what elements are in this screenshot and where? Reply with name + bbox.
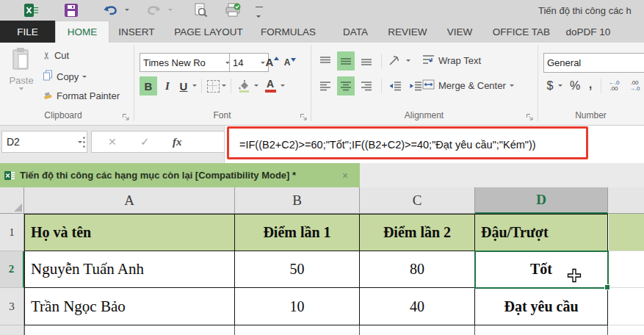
align-bottom-button[interactable]: [358, 51, 375, 71]
tab-insert[interactable]: INSERT: [115, 21, 159, 43]
customize-quick-access-toolbar-icon[interactable]: [256, 7, 263, 14]
underline-button[interactable]: U: [176, 76, 191, 96]
fill-color-dropdown-caret[interactable]: [254, 84, 258, 87]
select-all-corner[interactable]: [0, 187, 24, 214]
comma-style-button[interactable]: ,: [585, 73, 596, 93]
clipboard-dialog-launcher-icon[interactable]: [122, 111, 131, 120]
italic-button[interactable]: I: [160, 76, 175, 96]
undo-icon[interactable]: [100, 2, 122, 18]
align-top-button[interactable]: [316, 51, 334, 71]
cell-d3[interactable]: Đạt yêu cầu: [475, 288, 608, 325]
cell-d4[interactable]: [475, 325, 608, 335]
grow-font-button[interactable]: A: [264, 53, 281, 71]
row-header-4[interactable]: [0, 325, 24, 335]
accounting-format-button[interactable]: $: [543, 76, 557, 96]
tab-data[interactable]: DATA: [336, 21, 375, 43]
undo-dropdown-caret[interactable]: [125, 9, 129, 11]
row-header-3[interactable]: 3: [0, 288, 24, 325]
percent-style-button[interactable]: %: [567, 76, 583, 96]
wrap-text-button[interactable]: Wrap Text: [422, 54, 481, 67]
font-family-combo[interactable]: Times New Ro: [140, 53, 234, 72]
tab-review[interactable]: REVIEW: [385, 21, 430, 43]
borders-button[interactable]: [206, 78, 220, 94]
cell-a1[interactable]: Họ và tên: [24, 214, 235, 251]
merge-center-dropdown-caret[interactable]: [510, 84, 514, 87]
tab-formulas[interactable]: FORMULAS: [257, 21, 319, 43]
borders-icon: [207, 80, 220, 93]
name-box[interactable]: D2: [1, 131, 87, 153]
alignment-dialog-launcher-icon[interactable]: [526, 111, 535, 120]
formula-bar-splitter[interactable]: [83, 137, 85, 139]
cell-b1[interactable]: Điểm lần 1: [235, 214, 360, 251]
align-left-button[interactable]: [316, 76, 334, 96]
increase-decimal-button[interactable]: ←.0.00: [605, 77, 623, 95]
merge-center-button[interactable]: Merge & Center: [422, 79, 514, 92]
row-header-1[interactable]: 1: [0, 214, 24, 251]
save-icon[interactable]: [62, 2, 81, 18]
font-dialog-launcher-icon[interactable]: [300, 111, 308, 120]
cell-c4[interactable]: [360, 325, 475, 335]
document-tab[interactable]: Tiến độ thi công các hạng mục còn lại [C…: [0, 163, 360, 187]
cell-c1[interactable]: Điểm lần 2: [360, 214, 475, 251]
name-box-caret[interactable]: [78, 141, 82, 143]
currency-icon: $: [547, 79, 554, 93]
number-format-combo[interactable]: General: [543, 53, 644, 73]
orientation-dropdown-caret[interactable]: [406, 60, 410, 62]
tab-view[interactable]: VIEW: [444, 21, 476, 43]
cell-b2[interactable]: 50: [235, 251, 360, 288]
redo-icon[interactable]: [142, 2, 164, 18]
cell-d1[interactable]: Đậu/Trượt: [475, 214, 608, 251]
document-tab-close-icon[interactable]: ×: [342, 163, 348, 187]
fill-color-button[interactable]: [235, 76, 253, 96]
font-size-combo[interactable]: 14: [229, 53, 269, 72]
cell-e1[interactable]: [609, 214, 644, 251]
cell-c2[interactable]: 80: [360, 251, 475, 288]
paste-button[interactable]: Paste: [4, 47, 38, 110]
bold-button[interactable]: B: [140, 76, 157, 96]
cell-a3[interactable]: Trần Ngọc Bảo: [24, 288, 235, 325]
align-center-button[interactable]: [337, 76, 355, 96]
copy-dropdown-caret[interactable]: [82, 76, 87, 78]
tab-dopdf[interactable]: doPDF 10: [562, 21, 614, 43]
cell-e2[interactable]: [609, 251, 644, 288]
print-preview-icon[interactable]: [188, 2, 213, 18]
percent-icon: %: [570, 79, 580, 93]
cell-a4[interactable]: [24, 325, 235, 335]
cell-b3[interactable]: 10: [235, 288, 360, 325]
align-middle-button[interactable]: [337, 51, 355, 71]
borders-dropdown-caret[interactable]: [222, 84, 226, 87]
underline-dropdown-caret[interactable]: [192, 84, 197, 87]
insert-function-icon[interactable]: fx: [173, 136, 182, 148]
enter-icon[interactable]: ✓: [140, 135, 150, 148]
font-color-dropdown-caret[interactable]: [281, 84, 285, 87]
column-header-c[interactable]: C: [360, 187, 475, 214]
tab-office-tab[interactable]: OFFICE TAB: [489, 21, 554, 43]
cut-icon: ✂: [41, 51, 52, 60]
formula-input[interactable]: =IF((B2+C2)>=60;"Tốt";IF((B2+C2)>=40;"Đạ…: [224, 126, 644, 163]
row-header-2[interactable]: 2: [0, 251, 24, 288]
copy-button[interactable]: Copy: [43, 70, 87, 83]
cell-b4[interactable]: [235, 325, 360, 335]
orientation-button[interactable]: [386, 51, 405, 71]
cell-a2[interactable]: Nguyễn Tuấn Anh: [24, 251, 235, 288]
cell-e3[interactable]: [609, 288, 644, 325]
tab-page-layout[interactable]: PAGE LAYOUT: [172, 21, 245, 43]
cut-button[interactable]: ✂ Cut: [43, 50, 69, 61]
format-painter-button[interactable]: Format Painter: [43, 90, 120, 102]
quick-print-icon[interactable]: [220, 2, 247, 18]
tab-home[interactable]: HOME: [55, 21, 109, 43]
accounting-dropdown-caret[interactable]: [558, 84, 562, 87]
decrease-indent-button[interactable]: [386, 76, 405, 96]
shrink-font-button[interactable]: A: [282, 54, 298, 71]
column-header-d[interactable]: D: [475, 187, 608, 214]
column-header-b[interactable]: B: [235, 187, 360, 214]
column-header-e[interactable]: [608, 187, 644, 214]
cell-d2[interactable]: Tốt: [475, 251, 608, 288]
align-right-button[interactable]: [358, 76, 375, 96]
font-color-button[interactable]: A: [261, 76, 279, 96]
tab-file[interactable]: FILE: [0, 21, 55, 43]
cell-c3[interactable]: 40: [360, 288, 475, 325]
decrease-decimal-button[interactable]: .00→.0: [626, 77, 643, 95]
column-header-a[interactable]: A: [24, 187, 235, 214]
cancel-icon[interactable]: ✕: [108, 136, 117, 148]
